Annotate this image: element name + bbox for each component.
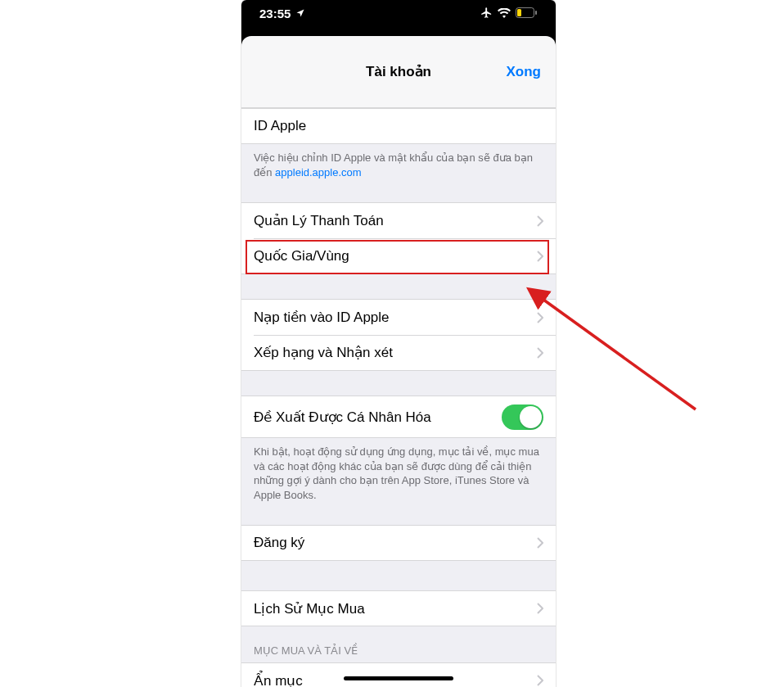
battery-icon	[516, 7, 538, 18]
apple-id-link[interactable]: appleid.apple.com	[275, 166, 362, 179]
row-ratings[interactable]: Xếp hạng và Nhận xét	[241, 335, 556, 371]
row-label: Xếp hạng và Nhận xét	[254, 344, 537, 361]
row-subscriptions[interactable]: Đăng ký	[241, 525, 556, 561]
home-indicator[interactable]	[344, 676, 453, 680]
location-icon	[295, 7, 305, 20]
row-label: Đăng ký	[254, 535, 537, 551]
done-button[interactable]: Xong	[507, 64, 542, 80]
spacer	[241, 561, 556, 590]
row-label: Nạp tiền vào ID Apple	[254, 309, 537, 326]
row-label: Quốc Gia/Vùng	[254, 247, 537, 264]
row-label: ID Apple	[254, 118, 543, 134]
wifi-icon	[498, 8, 511, 18]
row-region[interactable]: Quốc Gia/Vùng	[241, 238, 556, 274]
phone-frame: 23:55 Tài khoản Xong ID Apple Việc	[241, 0, 556, 687]
status-right	[480, 7, 538, 19]
row-purchase-history[interactable]: Lịch Sử Mục Mua	[241, 590, 556, 626]
nav-title: Tài khoản	[366, 63, 431, 80]
status-time: 23:55	[259, 7, 291, 20]
row-label: Lịch Sử Mục Mua	[254, 600, 537, 617]
svg-rect-1	[517, 9, 521, 16]
spacer	[241, 274, 556, 299]
row-apple-id[interactable]: ID Apple	[241, 108, 556, 144]
row-label: Quản Lý Thanh Toán	[254, 212, 537, 229]
chevron-right-icon	[537, 312, 543, 323]
row-personalized: Đề Xuất Được Cá Nhân Hóa	[241, 395, 556, 438]
settings-list: ID Apple Việc hiệu chỉnh ID Apple và mật…	[241, 108, 556, 687]
apple-id-footer: Việc hiệu chỉnh ID Apple và mật khẩu của…	[241, 144, 556, 191]
personalized-footer: Khi bật, hoạt động sử dụng ứng dụng, mục…	[241, 438, 556, 513]
toggle-knob	[520, 406, 542, 428]
airplane-icon	[480, 7, 493, 19]
svg-line-4	[540, 297, 696, 409]
row-payment[interactable]: Quản Lý Thanh Toán	[241, 202, 556, 238]
chevron-right-icon	[537, 251, 543, 262]
chevron-right-icon	[537, 675, 543, 686]
spacer	[241, 371, 556, 395]
row-hidden[interactable]: Ẩn mục	[241, 662, 556, 687]
chevron-right-icon	[537, 537, 543, 549]
nav-bar: Tài khoản Xong	[241, 36, 556, 108]
row-add-funds[interactable]: Nạp tiền vào ID Apple	[241, 299, 556, 335]
chevron-right-icon	[537, 347, 543, 359]
row-label: Đề Xuất Được Cá Nhân Hóa	[254, 409, 502, 426]
chevron-right-icon	[537, 603, 543, 614]
status-left: 23:55	[259, 7, 305, 20]
personalized-toggle[interactable]	[502, 405, 543, 430]
svg-rect-2	[535, 11, 537, 15]
chevron-right-icon	[537, 215, 543, 227]
section-header-purchases: MỤC MUA VÀ TẢI VỀ	[241, 626, 556, 662]
